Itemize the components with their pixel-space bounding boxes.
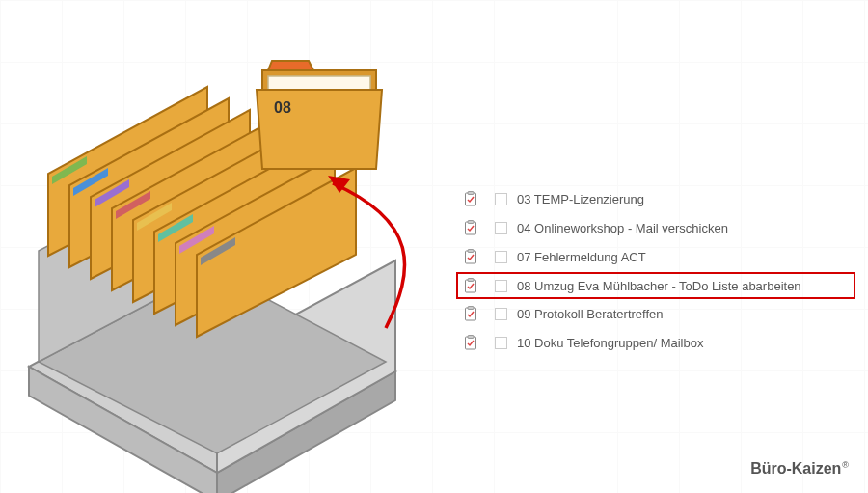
checkbox[interactable] xyxy=(495,308,507,320)
task-label: 09 Protokoll Beratertreffen xyxy=(517,307,664,321)
clipboard-check-icon xyxy=(464,306,477,321)
folder-number: 08 xyxy=(274,99,291,116)
task-label: 08 Umzug Eva Mühlbacher - ToDo Liste aba… xyxy=(517,279,801,293)
task-row[interactable]: 10 Doku Telefongruppen/ Mailbox xyxy=(458,329,854,356)
task-row[interactable]: 03 TEMP-Lizenzierung xyxy=(458,185,854,212)
checkbox[interactable] xyxy=(495,222,507,234)
svg-rect-1 xyxy=(466,193,476,205)
filing-illustration: 08 xyxy=(0,0,453,493)
clipboard-check-icon xyxy=(464,278,477,293)
task-label: 07 Fehlermeldung ACT xyxy=(517,250,646,264)
svg-rect-3 xyxy=(466,222,476,234)
task-row-highlighted[interactable]: 08 Umzug Eva Mühlbacher - ToDo Liste aba… xyxy=(456,272,855,299)
svg-rect-7 xyxy=(466,280,476,292)
svg-rect-4 xyxy=(468,221,474,224)
svg-rect-11 xyxy=(466,337,476,349)
task-row[interactable]: 04 Onlineworkshop - Mail verschicken xyxy=(458,214,854,241)
task-label: 03 TEMP-Lizenzierung xyxy=(517,192,644,206)
task-list: 03 TEMP-Lizenzierung 04 Onlineworkshop -… xyxy=(458,185,854,358)
svg-rect-2 xyxy=(468,192,474,195)
svg-rect-9 xyxy=(466,308,476,320)
clipboard-check-icon xyxy=(464,249,477,264)
svg-rect-10 xyxy=(468,307,474,310)
clipboard-check-icon xyxy=(464,335,477,350)
clipboard-check-icon xyxy=(464,220,477,235)
task-row[interactable]: 09 Protokoll Beratertreffen xyxy=(458,300,854,327)
checkbox[interactable] xyxy=(495,280,507,292)
task-row[interactable]: 07 Fehlermeldung ACT xyxy=(458,243,854,270)
svg-rect-5 xyxy=(466,251,476,263)
checkbox[interactable] xyxy=(495,193,507,205)
task-label: 04 Onlineworkshop - Mail verschicken xyxy=(517,221,728,235)
svg-rect-12 xyxy=(468,336,474,339)
task-label: 10 Doku Telefongruppen/ Mailbox xyxy=(517,336,703,350)
svg-rect-6 xyxy=(468,250,474,253)
svg-rect-8 xyxy=(468,279,474,282)
checkbox[interactable] xyxy=(495,337,507,349)
brand-logo: Büro-Kaizen® xyxy=(750,460,849,478)
clipboard-check-icon xyxy=(464,191,477,206)
checkbox[interactable] xyxy=(495,251,507,263)
